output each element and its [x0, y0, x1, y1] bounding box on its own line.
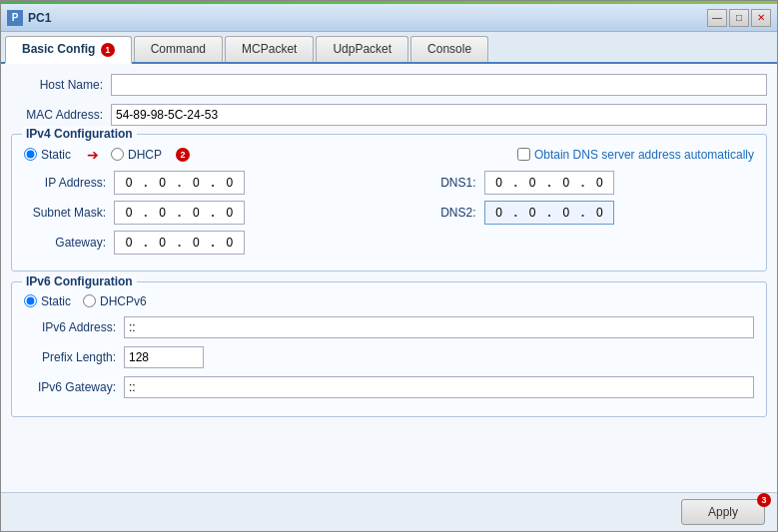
- tab-udppacket[interactable]: UdpPacket: [316, 36, 408, 62]
- ipv6-gateway-label: IPv6 Gateway:: [24, 380, 124, 394]
- ip-seg-2[interactable]: [149, 172, 177, 194]
- gateway-label: Gateway:: [24, 236, 114, 250]
- dns2-row: DNS2: . . .: [394, 201, 755, 225]
- subnet-seg-3[interactable]: [182, 202, 210, 224]
- gateway-seg-3[interactable]: [182, 232, 210, 254]
- dns1-seg-1[interactable]: [485, 172, 513, 194]
- ipv4-dhcp-radio[interactable]: [111, 148, 124, 161]
- ipv6-dhcpv6-radio-label[interactable]: DHCPv6: [83, 294, 147, 308]
- maximize-button[interactable]: □: [729, 9, 749, 27]
- title-bar-left: P PC1: [7, 10, 51, 26]
- subnet-seg-4[interactable]: [216, 202, 244, 224]
- subnet-seg-2[interactable]: [149, 202, 177, 224]
- ipv6-radio-row: Static DHCPv6: [24, 294, 754, 308]
- ipv6-gateway-input[interactable]: [124, 376, 754, 398]
- dns1-seg-4[interactable]: [585, 172, 613, 194]
- tab-command[interactable]: Command: [134, 36, 223, 62]
- host-name-row: Host Name:: [11, 74, 767, 96]
- ip-address-box: . . .: [114, 171, 245, 195]
- title-buttons: — □ ✕: [707, 9, 771, 27]
- ipv4-right-col: DNS1: . . . DNS2:: [394, 171, 755, 261]
- ipv6-address-label: IPv6 Address:: [24, 320, 124, 334]
- ipv6-gateway-row: IPv6 Gateway:: [24, 376, 754, 398]
- mac-address-input[interactable]: [111, 104, 767, 126]
- subnet-seg-1[interactable]: [115, 202, 143, 224]
- gateway-row: Gateway: . . .: [24, 231, 385, 255]
- close-button[interactable]: ✕: [751, 9, 771, 27]
- subnet-mask-row: Subnet Mask: . . .: [24, 201, 385, 225]
- dhcp-badge: 2: [176, 148, 190, 162]
- prefix-length-row: Prefix Length:: [24, 346, 754, 368]
- apply-badge: 3: [757, 493, 771, 507]
- ipv6-dhcpv6-radio[interactable]: [83, 294, 96, 307]
- ipv4-left-col: IP Address: . . . Subnet Ma: [24, 171, 385, 261]
- ipv4-section: IPv4 Configuration Static ➔ DHCP 2 Obtai…: [11, 134, 767, 271]
- ipv4-static-radio[interactable]: [24, 148, 37, 161]
- dns2-seg-1[interactable]: [485, 202, 513, 224]
- gateway-seg-1[interactable]: [115, 232, 143, 254]
- dns2-label: DNS2:: [394, 206, 484, 220]
- dns2-box: . . .: [484, 201, 615, 225]
- dns1-label: DNS1:: [394, 176, 484, 190]
- ipv6-static-radio-label[interactable]: Static: [24, 294, 71, 308]
- ip-address-row: IP Address: . . .: [24, 171, 385, 195]
- ipv6-section: IPv6 Configuration Static DHCPv6 IPv6 Ad…: [11, 281, 767, 417]
- ipv4-radio-row: Static ➔ DHCP 2 Obtain DNS server addres…: [24, 147, 754, 163]
- ipv6-section-title: IPv6 Configuration: [22, 274, 137, 288]
- dns-auto-checkbox[interactable]: [517, 148, 530, 161]
- gateway-seg-2[interactable]: [149, 232, 177, 254]
- main-content: Host Name: MAC Address: IPv4 Configurati…: [1, 64, 777, 492]
- mac-address-label: MAC Address:: [11, 108, 111, 122]
- ip-address-label: IP Address:: [24, 176, 114, 190]
- ip-seg-4[interactable]: [216, 172, 244, 194]
- dns1-box: . . .: [484, 171, 615, 195]
- minimize-button[interactable]: —: [707, 9, 727, 27]
- ip-seg-3[interactable]: [182, 172, 210, 194]
- main-window: P PC1 — □ ✕ Basic Config 1 Command MCPac…: [0, 0, 778, 532]
- gateway-seg-4[interactable]: [216, 232, 244, 254]
- tab-console[interactable]: Console: [410, 36, 488, 62]
- host-name-input[interactable]: [111, 74, 767, 96]
- tab-basic-config-badge: 1: [101, 43, 115, 57]
- dns2-seg-4[interactable]: [585, 202, 613, 224]
- window-title: PC1: [28, 11, 51, 25]
- ipv4-section-title: IPv4 Configuration: [22, 127, 137, 141]
- ipv4-static-radio-label[interactable]: Static: [24, 148, 71, 162]
- tab-bar: Basic Config 1 Command MCPacket UdpPacke…: [1, 32, 777, 64]
- tab-mcpacket[interactable]: MCPacket: [225, 36, 314, 62]
- ipv6-address-row: IPv6 Address:: [24, 316, 754, 338]
- dns-auto-label: Obtain DNS server address automatically: [534, 148, 754, 162]
- ipv6-static-radio[interactable]: [24, 294, 37, 307]
- prefix-length-input[interactable]: [124, 346, 204, 368]
- window-icon: P: [7, 10, 23, 26]
- gateway-box: . . .: [114, 231, 245, 255]
- dns1-row: DNS1: . . .: [394, 171, 755, 195]
- host-name-label: Host Name:: [11, 78, 111, 92]
- subnet-mask-box: . . .: [114, 201, 245, 225]
- apply-button[interactable]: Apply 3: [681, 499, 765, 525]
- tab-basic-config[interactable]: Basic Config 1: [5, 36, 132, 64]
- ipv6-address-input[interactable]: [124, 316, 754, 338]
- ipv4-fields: IP Address: . . . Subnet Ma: [24, 171, 754, 261]
- ip-seg-1[interactable]: [115, 172, 143, 194]
- dns1-seg-3[interactable]: [552, 172, 580, 194]
- dns1-seg-2[interactable]: [518, 172, 546, 194]
- arrow-indicator: ➔: [87, 147, 99, 163]
- mac-address-row: MAC Address:: [11, 104, 767, 126]
- prefix-length-label: Prefix Length:: [24, 350, 124, 364]
- footer: Apply 3: [1, 492, 777, 531]
- ipv4-dhcp-radio-label[interactable]: DHCP: [111, 148, 162, 162]
- subnet-mask-label: Subnet Mask:: [24, 206, 114, 220]
- title-bar: P PC1 — □ ✕: [1, 4, 777, 32]
- dns2-seg-2[interactable]: [518, 202, 546, 224]
- dns-auto-row: Obtain DNS server address automatically: [517, 148, 754, 162]
- dns2-seg-3[interactable]: [552, 202, 580, 224]
